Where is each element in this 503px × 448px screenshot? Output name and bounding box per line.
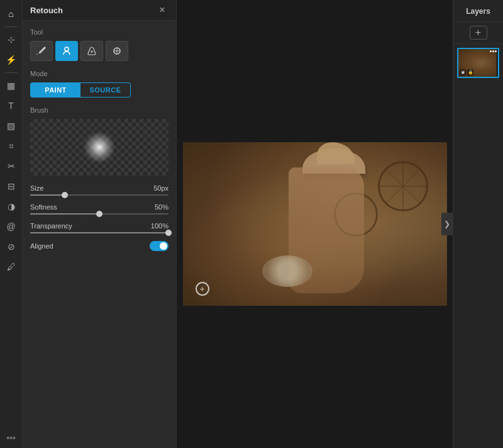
- add-canvas-button[interactable]: +: [196, 282, 209, 296]
- transparency-header: Transparency 100%: [30, 222, 169, 230]
- mode-label: Mode: [30, 70, 169, 77]
- brush-tool-button[interactable]: [30, 41, 53, 61]
- lightning-icon[interactable]: ⚡: [3, 51, 20, 69]
- patch-tool-button[interactable]: [106, 41, 128, 61]
- size-header: Size 50px: [30, 184, 169, 192]
- aligned-toggle[interactable]: [150, 241, 169, 251]
- svg-point-1: [91, 51, 93, 53]
- softness-thumb[interactable]: [96, 211, 102, 217]
- circle-half-icon[interactable]: ◑: [3, 198, 20, 215]
- layer-icons: ▣ 🔒: [460, 69, 473, 76]
- photo-background: [183, 142, 447, 306]
- clone-stamp-button[interactable]: [55, 41, 78, 61]
- layers-title: Layers: [466, 7, 490, 16]
- close-button[interactable]: ×: [156, 4, 169, 16]
- brush-preview: [30, 119, 169, 176]
- heal-tool-button[interactable]: [80, 41, 103, 61]
- transparency-row: Transparency 100%: [30, 222, 169, 233]
- softness-header: Softness 50%: [30, 203, 169, 211]
- aligned-label: Aligned: [30, 242, 53, 250]
- eyedropper-icon[interactable]: ⊘: [3, 238, 20, 255]
- sliders-icon[interactable]: ⊟: [3, 177, 20, 195]
- expand-panel-button[interactable]: ❯: [441, 213, 453, 235]
- tool-buttons: [30, 41, 169, 61]
- source-mode-button[interactable]: SOURCE: [80, 83, 130, 97]
- softness-label: Softness: [30, 203, 57, 211]
- svg-point-0: [65, 47, 69, 51]
- softness-fill: [30, 213, 99, 215]
- transparency-label: Transparency: [30, 222, 72, 230]
- layers-header: Layers: [453, 0, 503, 22]
- size-row: Size 50px: [30, 184, 169, 196]
- transparency-thumb[interactable]: [165, 230, 172, 236]
- aligned-toggle-knob: [160, 242, 167, 250]
- select-icon[interactable]: ⊹: [3, 31, 20, 48]
- paint-mode-button[interactable]: PAINT: [31, 83, 80, 97]
- panel-body: Tool: [23, 21, 176, 448]
- retouch-panel: Retouch × Tool: [23, 0, 177, 448]
- canvas-image: +: [183, 142, 447, 306]
- size-thumb[interactable]: [62, 192, 68, 198]
- transparency-slider[interactable]: [30, 232, 169, 233]
- tool-label: Tool: [30, 28, 169, 36]
- aligned-row: Aligned: [30, 241, 169, 251]
- home-icon[interactable]: ⌂: [3, 5, 20, 23]
- more-tools-icon[interactable]: •••: [6, 433, 16, 443]
- spiral-icon[interactable]: @: [3, 218, 20, 235]
- panel-header: Retouch ×: [23, 0, 176, 21]
- brush-glow: [84, 132, 115, 163]
- add-layer-button[interactable]: +: [470, 26, 487, 40]
- layer-lock-icon: 🔒: [467, 69, 473, 76]
- canvas-area: + ❯: [177, 0, 453, 448]
- toolbar-separator-2: [5, 72, 18, 73]
- hatching-icon[interactable]: ▨: [3, 117, 20, 135]
- left-toolbar: ⌂ ⊹ ⚡ ▦ T ▨ ⌗ ✂ ⊟ ◑ @ ⊘ 🖊 •••: [0, 0, 23, 448]
- size-label: Size: [30, 184, 43, 192]
- text-icon[interactable]: T: [3, 97, 20, 115]
- mode-toggle: PAINT SOURCE: [30, 82, 131, 98]
- layer-options: [490, 50, 497, 52]
- layer-thumbnail[interactable]: ▣ 🔒: [457, 48, 499, 78]
- pen-icon[interactable]: 🖊: [3, 258, 20, 276]
- grid-icon[interactable]: ▦: [3, 77, 20, 94]
- add-layer-area[interactable]: +: [453, 22, 503, 44]
- layer-type-icon: ▣: [460, 69, 466, 76]
- softness-slider[interactable]: [30, 213, 169, 215]
- panel-title: Retouch: [30, 6, 63, 15]
- scissors-icon[interactable]: ✂: [3, 157, 20, 175]
- layers-panel: Layers + ▣ 🔒: [453, 0, 503, 448]
- crop-icon[interactable]: ⌗: [3, 137, 20, 155]
- size-slider[interactable]: [30, 194, 169, 196]
- brush-label: Brush: [30, 106, 169, 114]
- photo-tint: [183, 142, 447, 306]
- size-fill: [30, 194, 65, 196]
- size-value: 50px: [153, 184, 169, 192]
- transparency-fill: [30, 232, 169, 233]
- softness-row: Softness 50%: [30, 203, 169, 215]
- transparency-value: 100%: [151, 222, 169, 230]
- softness-value: 50%: [155, 203, 169, 211]
- toolbar-separator-1: [5, 26, 18, 27]
